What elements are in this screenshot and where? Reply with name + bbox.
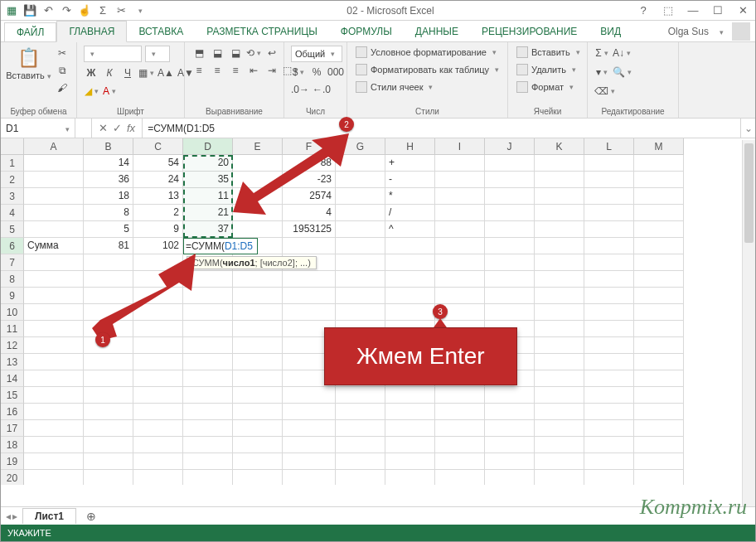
cell-J4[interactable] [485,205,535,221]
formula-input[interactable]: =СУММ(D1:D5 [143,119,740,138]
cell-G1[interactable] [336,155,385,172]
cell-B17[interactable] [84,420,133,437]
underline-button[interactable]: Ч [120,65,135,80]
cell-L20[interactable] [584,470,634,485]
cell-E10[interactable] [233,304,283,321]
cell-styles[interactable]: Стили ячеек [354,80,434,94]
cell-E2[interactable] [233,172,283,188]
cell-L19[interactable] [584,453,634,470]
row-header-19[interactable]: 19 [1,453,24,470]
avatar[interactable] [732,22,750,41]
cell-I19[interactable] [435,453,485,470]
cell-J9[interactable] [485,288,535,304]
bold-button[interactable]: Ж [84,65,99,80]
indent-dec[interactable]: ⇤ [246,63,261,78]
help-icon[interactable]: ? [634,3,652,18]
cell-K20[interactable] [535,470,584,485]
cell-A3[interactable] [24,188,84,205]
cell-C9[interactable] [133,288,183,304]
orientation[interactable]: ⟲ [246,46,261,60]
row-header-1[interactable]: 1 [1,155,24,172]
cell-B10[interactable] [84,304,133,321]
cell-H15[interactable] [385,387,435,404]
cell-H4[interactable]: / [385,205,435,221]
cell-J7[interactable] [485,254,535,271]
cell-E16[interactable] [233,404,283,420]
cell-G3[interactable] [336,188,385,205]
cell-C8[interactable] [133,271,183,288]
cell-L7[interactable] [584,254,634,271]
cell-A2[interactable] [24,172,84,188]
cell-C15[interactable] [133,387,183,404]
cell-B16[interactable] [84,404,133,420]
minimize-icon[interactable]: — [684,3,702,18]
cell-I4[interactable] [435,205,485,221]
tab-layout[interactable]: РАЗМЕТКА СТРАНИЦЫ [195,21,329,41]
cell-J15[interactable] [485,387,535,404]
cell-L4[interactable] [584,205,634,221]
cell-J17[interactable] [485,420,535,437]
cell-M9[interactable] [634,288,684,304]
cell-G4[interactable] [336,205,385,221]
cell-G10[interactable] [336,304,385,321]
col-header-A[interactable]: A [24,138,84,155]
cell-H10[interactable] [385,304,435,321]
cell-K3[interactable] [535,188,584,205]
cell-B9[interactable] [84,288,133,304]
cell-C11[interactable] [133,321,183,337]
cell-K18[interactable] [535,437,584,453]
cell-H7[interactable] [385,254,435,271]
align-right[interactable]: ≡ [228,63,243,78]
cell-J10[interactable] [485,304,535,321]
row-header-7[interactable]: 7 [1,254,24,271]
cell-D17[interactable] [183,420,233,437]
cell-M5[interactable] [634,221,684,238]
cell-A16[interactable] [24,404,84,420]
border-button[interactable]: ▦ [138,65,154,80]
cell-L8[interactable] [584,271,634,288]
cell-M17[interactable] [634,420,684,437]
cut-button[interactable]: ✂ [55,46,70,60]
cell-A14[interactable] [24,370,84,387]
user-name[interactable]: Olga Sus [668,26,709,37]
cell-J16[interactable] [485,404,535,420]
cell-J5[interactable] [485,221,535,238]
cell-C14[interactable] [133,370,183,387]
cell-K2[interactable] [535,172,584,188]
cell-L3[interactable] [584,188,634,205]
cell-M4[interactable] [634,205,684,221]
cell-M1[interactable] [634,155,684,172]
cell-H3[interactable]: * [385,188,435,205]
cell-D12[interactable] [183,337,233,354]
col-header-C[interactable]: C [133,138,183,155]
row-header-2[interactable]: 2 [1,172,24,188]
row-header-17[interactable]: 17 [1,420,24,437]
cell-G19[interactable] [336,453,385,470]
cell-G15[interactable] [336,387,385,404]
col-header-H[interactable]: H [385,138,435,155]
row-header-15[interactable]: 15 [1,387,24,404]
col-header-L[interactable]: L [584,138,634,155]
cell-H6[interactable] [385,238,435,254]
cell-A9[interactable] [24,288,84,304]
copy-button[interactable]: ⧉ [55,63,70,78]
maximize-icon[interactable]: ☐ [709,3,727,18]
cell-F5[interactable]: 1953125 [283,221,336,238]
cell-I8[interactable] [435,271,485,288]
cell-F4[interactable]: 4 [283,205,336,221]
cell-A15[interactable] [24,387,84,404]
dec-dec[interactable]: ←.0 [313,82,331,97]
cell-M20[interactable] [634,470,684,485]
cell-F10[interactable] [283,304,336,321]
sheet-next-icon[interactable]: ▸ [12,511,17,522]
cell-H5[interactable]: ^ [385,221,435,238]
cell-D14[interactable] [183,370,233,387]
undo-icon[interactable]: ↶ [41,3,56,18]
select-all-button[interactable] [1,138,24,155]
cell-E17[interactable] [233,420,283,437]
cell-I6[interactable] [435,238,485,254]
cell-L11[interactable] [584,321,634,337]
cell-C6[interactable]: 102 [133,238,183,254]
delete-cells[interactable]: Удалить [515,63,578,76]
wrap-text[interactable]: ↩ [264,46,279,60]
